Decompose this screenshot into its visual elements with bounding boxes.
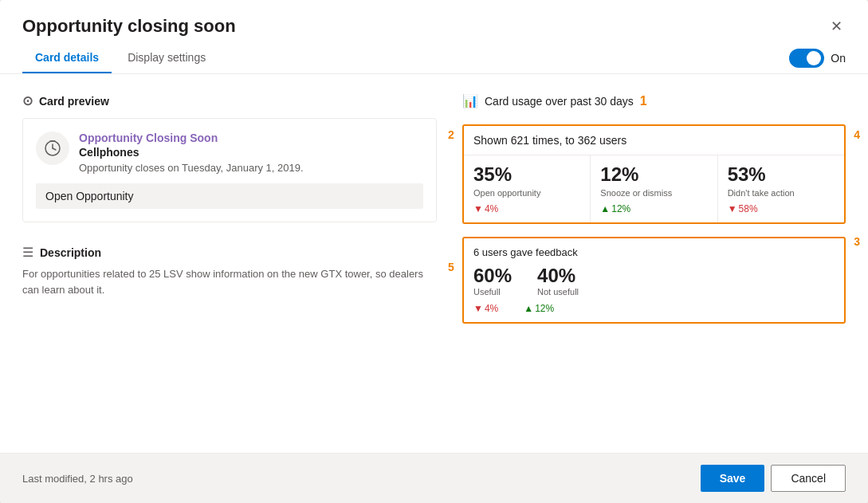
down-arrow-2: ▼: [728, 203, 737, 214]
stat-cell-1: 12% Snooze or dismiss ▲ 12%: [591, 155, 717, 222]
card-preview-label: Card preview: [39, 95, 109, 108]
annotation-1: 1: [640, 94, 647, 108]
stat-change-1: ▲ 12%: [600, 203, 707, 214]
feedback-change-0: ▼ 4%: [473, 303, 498, 314]
toggle-slider: [789, 49, 824, 68]
card-preview-header: ⊙ Card preview: [22, 93, 437, 108]
stat-cell-0: 35% Open opportunity ▼ 4%: [464, 155, 591, 222]
usage-header: 📊 Card usage over past 30 days 1: [462, 93, 846, 108]
feedback-stat-1: 40% Not usefull: [537, 265, 579, 297]
description-header: ☰ Description: [22, 245, 437, 260]
shown-row: Shown 621 times, to 362 users: [464, 126, 844, 155]
tab-card-details[interactable]: Card details: [22, 43, 112, 73]
feedback-header: 6 users gave feedback: [473, 246, 835, 258]
description-title: Description: [40, 246, 101, 259]
description-icon: ☰: [22, 245, 33, 260]
card-icon-circle: [36, 132, 69, 165]
stat-pct-1: 12%: [600, 163, 707, 186]
feedback-pct-1: 40%: [537, 265, 579, 287]
dialog-footer: Last modified, 2 hrs ago Save Cancel: [0, 453, 868, 503]
save-button[interactable]: Save: [701, 465, 765, 492]
card-preview-section: ⊙ Card preview: [22, 93, 437, 222]
usage-title: Card usage over past 30 days: [485, 95, 634, 108]
card-title[interactable]: Opportunity Closing Soon: [79, 132, 423, 144]
toggle-switch[interactable]: [789, 49, 824, 68]
description-text: For opportunities related to 25 LSV show…: [22, 266, 437, 297]
annotation-4: 4: [854, 128, 860, 141]
feedback-changes: ▼ 4% ▲ 12%: [473, 303, 835, 314]
feedback-pct-0: 60%: [473, 265, 512, 287]
stat-label-1: Snooze or dismiss: [600, 187, 707, 198]
tabs-row: Card details Display settings On: [0, 43, 868, 74]
annotation-3: 3: [854, 235, 860, 248]
feedback-stat-0: 60% Usefull: [473, 265, 512, 297]
dialog-title: Opportunity closing soon: [22, 16, 236, 37]
left-panel: ⊙ Card preview: [22, 93, 437, 434]
annotation-5: 5: [448, 261, 454, 273]
dialog: Opportunity closing soon ✕ Card details …: [0, 0, 868, 503]
stat-cell-2: 53% Didn't take action ▼ 58%: [718, 155, 844, 222]
stat-pct-0: 35%: [473, 163, 580, 186]
stat-label-0: Open opportunity: [473, 187, 580, 198]
up-arrow-1: ▲: [600, 203, 610, 214]
stat-change-2: ▼ 58%: [728, 203, 835, 214]
description-section: ☰ Description For opportunities related …: [22, 245, 437, 297]
open-opportunity-button[interactable]: Open Opportunity: [36, 183, 423, 209]
stats-box: Shown 621 times, to 362 users 35% Open o…: [462, 124, 846, 224]
down-arrow-f0: ▼: [473, 303, 483, 314]
feedback-label-1: Not usefull: [537, 287, 579, 297]
card-text-block: Opportunity Closing Soon Cellphones Oppo…: [79, 132, 423, 174]
tab-display-settings[interactable]: Display settings: [115, 43, 218, 73]
close-button[interactable]: ✕: [827, 16, 846, 37]
dialog-body: ⊙ Card preview: [0, 74, 868, 453]
preview-icon: ⊙: [22, 93, 33, 108]
feedback-change-1: ▲ 12%: [524, 303, 554, 314]
card-body-text: Opportunity closes on Tuesday, January 1…: [79, 162, 423, 174]
annotation-2: 2: [448, 128, 454, 141]
toggle-row: On: [789, 49, 846, 68]
feedback-box: 6 users gave feedback 60% Usefull 40% No…: [462, 237, 846, 324]
card-preview-inner: Opportunity Closing Soon Cellphones Oppo…: [36, 132, 423, 174]
stat-pct-2: 53%: [728, 163, 835, 186]
card-preview-box: Opportunity Closing Soon Cellphones Oppo…: [22, 118, 437, 222]
stats-row: 35% Open opportunity ▼ 4% 12% Snooze or …: [464, 155, 844, 222]
stat-label-2: Didn't take action: [728, 187, 835, 198]
footer-actions: Save Cancel: [701, 465, 846, 492]
footer-modified: Last modified, 2 hrs ago: [22, 473, 133, 485]
toggle-label: On: [831, 52, 846, 65]
card-subtitle: Cellphones: [79, 146, 423, 159]
svg-line-2: [53, 148, 56, 150]
usage-icon: 📊: [462, 93, 478, 108]
stat-change-0: ▼ 4%: [473, 203, 580, 214]
feedback-label-0: Usefull: [473, 287, 512, 297]
timer-icon: [44, 140, 61, 157]
cancel-button[interactable]: Cancel: [771, 465, 846, 492]
dialog-header: Opportunity closing soon ✕: [0, 0, 868, 37]
down-arrow-0: ▼: [473, 203, 483, 214]
right-panel: 📊 Card usage over past 30 days 1 2 4 Sho…: [462, 93, 846, 434]
up-arrow-f1: ▲: [524, 303, 533, 314]
feedback-stats: 60% Usefull 40% Not usefull: [473, 265, 835, 297]
tabs: Card details Display settings: [22, 43, 222, 73]
